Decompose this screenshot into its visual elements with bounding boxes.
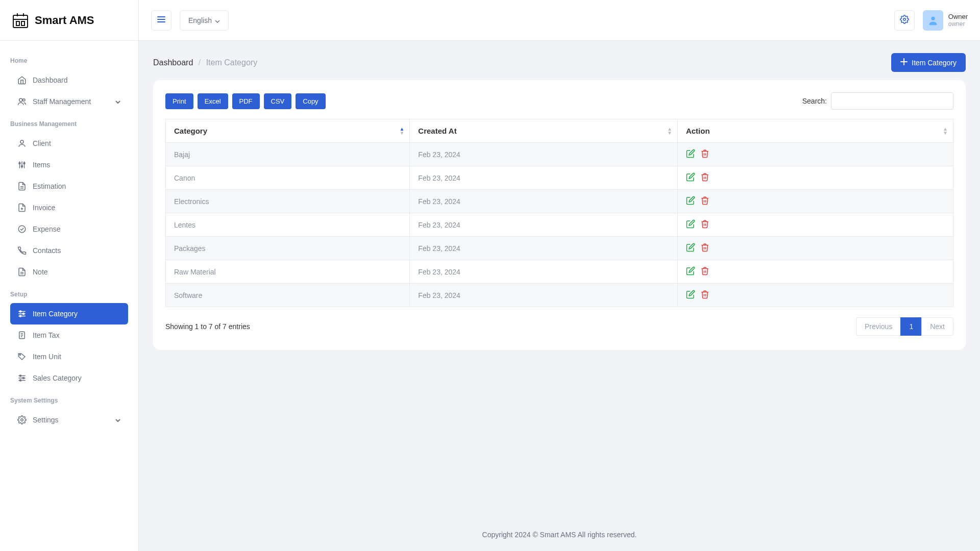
sliders-h-icon: [17, 309, 27, 318]
svg-point-32: [19, 354, 20, 355]
footer: Copyright 2024 © Smart AMS All rights re…: [139, 518, 980, 551]
file-plus-icon: [17, 203, 27, 212]
table-row: Raw MaterialFeb 23, 2024: [166, 260, 953, 284]
breadcrumb-root[interactable]: Dashboard: [153, 58, 193, 67]
sidebar-item-contacts[interactable]: Contacts: [10, 240, 128, 261]
svg-point-39: [21, 419, 23, 421]
edit-button[interactable]: [686, 149, 695, 160]
delete-button[interactable]: [700, 266, 709, 277]
delete-button[interactable]: [700, 243, 709, 254]
edit-icon: [686, 222, 695, 230]
svg-rect-4: [16, 21, 19, 26]
language-label: English: [188, 16, 212, 24]
user-menu[interactable]: Owner owner: [923, 10, 968, 31]
nav: HomeDashboardStaff ManagementBusiness Ma…: [0, 41, 138, 439]
pager-page-1[interactable]: 1: [900, 317, 922, 336]
sidebar-item-item-tax[interactable]: Item Tax: [10, 324, 128, 346]
sidebar-item-settings[interactable]: Settings: [10, 409, 128, 431]
add-item-category-button[interactable]: Item Category: [891, 53, 966, 72]
export-csv-button[interactable]: CSV: [264, 93, 292, 109]
cell-action: [677, 143, 953, 166]
brand-area: Smart AMS: [0, 0, 138, 41]
sidebar-item-client[interactable]: Client: [10, 133, 128, 154]
cell-created-at: Feb 23, 2024: [410, 143, 678, 166]
edit-button[interactable]: [686, 290, 695, 300]
delete-button[interactable]: [700, 219, 709, 230]
gear-icon: [900, 15, 909, 26]
trash-icon: [700, 222, 709, 230]
cell-category: Bajaj: [166, 143, 410, 166]
sidebar-item-expense[interactable]: Expense: [10, 218, 128, 240]
settings-button[interactable]: [894, 10, 915, 31]
export-print-button[interactable]: Print: [165, 93, 193, 109]
edit-button[interactable]: [686, 219, 695, 230]
edit-icon: [686, 175, 695, 183]
delete-button[interactable]: [700, 149, 709, 160]
export-buttons: PrintExcelPDFCSVCopy: [165, 93, 326, 109]
sidebar-item-label: Sales Category: [33, 374, 82, 382]
breadcrumb-current: Item Category: [206, 58, 257, 67]
export-pdf-button[interactable]: PDF: [232, 93, 260, 109]
edit-button[interactable]: [686, 172, 695, 183]
edit-button[interactable]: [686, 243, 695, 254]
cell-action: [677, 260, 953, 284]
delete-button[interactable]: [700, 290, 709, 300]
sidebar-item-estimation[interactable]: Estimation: [10, 176, 128, 197]
brand-name: Smart AMS: [35, 14, 94, 27]
delete-button[interactable]: [700, 196, 709, 207]
export-copy-button[interactable]: Copy: [296, 93, 325, 109]
pager-previous[interactable]: Previous: [856, 317, 901, 336]
receipt-icon: [17, 331, 27, 340]
edit-button[interactable]: [686, 196, 695, 207]
table-row: SoftwareFeb 23, 2024: [166, 284, 953, 307]
sidebar-item-items[interactable]: Items: [10, 154, 128, 176]
edit-button[interactable]: [686, 266, 695, 277]
table-row: PackagesFeb 23, 2024: [166, 237, 953, 260]
export-excel-button[interactable]: Excel: [198, 93, 228, 109]
pager-next[interactable]: Next: [921, 317, 953, 336]
cell-created-at: Feb 23, 2024: [410, 190, 678, 213]
sliders-icon: [17, 160, 27, 169]
file-icon: [17, 267, 27, 277]
sidebar-item-label: Item Tax: [33, 331, 60, 339]
sidebar-item-item-category[interactable]: Item Category: [10, 303, 128, 324]
pager: Previous 1 Next: [856, 317, 953, 336]
sidebar-item-note[interactable]: Note: [10, 261, 128, 283]
column-header-created-at[interactable]: Created At▲▼: [410, 119, 678, 143]
sidebar-item-label: Settings: [33, 416, 59, 424]
sidebar-item-item-unit[interactable]: Item Unit: [10, 346, 128, 367]
sidebar-item-dashboard[interactable]: Dashboard: [10, 69, 128, 91]
chevron-down-icon: [215, 16, 220, 24]
sidebar-item-staff[interactable]: Staff Management: [10, 91, 128, 112]
user-icon: [17, 139, 27, 148]
edit-icon: [686, 198, 695, 207]
check-circle-icon: [17, 224, 27, 234]
sidebar-item-label: Item Unit: [33, 353, 61, 361]
svg-point-19: [18, 226, 26, 233]
sidebar-item-label: Note: [33, 268, 48, 276]
cell-created-at: Feb 23, 2024: [410, 213, 678, 237]
column-header-category[interactable]: Category▲▼: [166, 119, 410, 143]
search-input[interactable]: [831, 92, 953, 110]
delete-button[interactable]: [700, 172, 709, 183]
page-header: Dashboard / Item Category Item Category: [139, 41, 980, 80]
sliders-h-icon: [17, 373, 27, 383]
language-select[interactable]: English: [180, 10, 229, 31]
sidebar-item-label: Invoice: [33, 204, 55, 212]
add-button-label: Item Category: [912, 59, 957, 67]
toggle-sidebar-button[interactable]: [151, 10, 172, 31]
cell-created-at: Feb 23, 2024: [410, 237, 678, 260]
svg-point-6: [19, 98, 22, 102]
sidebar-item-label: Items: [33, 161, 50, 169]
cell-action: [677, 166, 953, 190]
cell-created-at: Feb 23, 2024: [410, 284, 678, 307]
trash-icon: [700, 175, 709, 183]
sort-icon: ▲▼: [943, 127, 948, 135]
brand-logo[interactable]: Smart AMS: [10, 10, 94, 31]
column-header-action[interactable]: Action▲▼: [677, 119, 953, 143]
svg-point-44: [931, 16, 935, 20]
edit-icon: [686, 292, 695, 300]
sidebar-item-invoice[interactable]: Invoice: [10, 197, 128, 218]
sidebar-item-sales-category[interactable]: Sales Category: [10, 367, 128, 389]
table-row: ElectronicsFeb 23, 2024: [166, 190, 953, 213]
